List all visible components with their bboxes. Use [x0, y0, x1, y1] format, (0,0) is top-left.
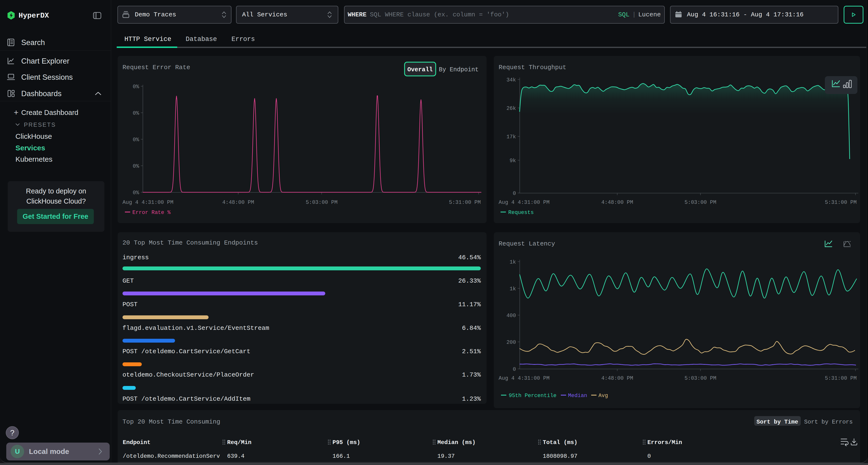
svg-text:5:03:00 PM: 5:03:00 PM: [684, 199, 716, 205]
svg-text:Median (ms): Median (ms): [437, 439, 475, 446]
svg-text:11.17%: 11.17%: [458, 301, 481, 308]
svg-text:1k: 1k: [510, 286, 516, 292]
svg-text:GET: GET: [123, 277, 134, 285]
svg-text:/oteldemo.RecommendationServ: /oteldemo.RecommendationServ: [123, 453, 220, 460]
svg-text:Aug 4 4:31:00 PM: Aug 4 4:31:00 PM: [499, 375, 550, 381]
svg-text:Overall: Overall: [407, 66, 433, 73]
svg-text:0: 0: [513, 366, 516, 372]
svg-text:9k: 9k: [510, 158, 516, 164]
svg-text:POST: POST: [123, 301, 137, 308]
svg-text:0: 0: [513, 191, 516, 197]
svg-text:P95 (ms): P95 (ms): [333, 439, 360, 446]
svg-text:Avg: Avg: [598, 393, 608, 399]
svg-text:Aug 4 4:31:00 PM: Aug 4 4:31:00 PM: [499, 199, 550, 205]
svg-text:Errors/Min: Errors/Min: [647, 439, 682, 446]
svg-text:oteldemo.CheckoutService/Place: oteldemo.CheckoutService/PlaceOrder: [123, 371, 254, 378]
svg-text:639.4: 639.4: [227, 453, 245, 460]
svg-text:0%: 0%: [133, 190, 140, 196]
svg-text:200: 200: [506, 339, 516, 345]
svg-text:4:48:00 PM: 4:48:00 PM: [601, 375, 633, 381]
svg-text:46.54%: 46.54%: [458, 254, 481, 261]
svg-text:0%: 0%: [133, 163, 140, 169]
svg-text:1.73%: 1.73%: [462, 371, 481, 378]
svg-text:Error Rate %: Error Rate %: [132, 210, 171, 215]
svg-text:POST /oteldemo.CartService/Add: POST /oteldemo.CartService/AddItem: [123, 395, 250, 403]
svg-text:5:03:00 PM: 5:03:00 PM: [306, 199, 338, 205]
svg-text:166.1: 166.1: [333, 453, 350, 460]
svg-text:5:31:00 PM: 5:31:00 PM: [825, 375, 857, 381]
svg-text:Median: Median: [568, 393, 587, 399]
svg-text:0%: 0%: [133, 137, 140, 143]
svg-text:2.51%: 2.51%: [462, 348, 481, 355]
svg-text:0: 0: [647, 453, 651, 460]
svg-text:1808098.97: 1808098.97: [543, 453, 578, 460]
svg-text:Requests: Requests: [508, 210, 534, 215]
svg-text:5:03:00 PM: 5:03:00 PM: [684, 375, 716, 381]
svg-text:4:48:00 PM: 4:48:00 PM: [601, 199, 633, 205]
svg-text:17k: 17k: [506, 134, 516, 140]
svg-text:Request Error Rate: Request Error Rate: [123, 64, 190, 71]
svg-text:By Endpoint: By Endpoint: [439, 66, 478, 73]
svg-text:Req/Min: Req/Min: [227, 439, 251, 446]
svg-text:0%: 0%: [133, 84, 140, 90]
svg-text:Sort by Time: Sort by Time: [756, 419, 798, 425]
svg-text:Request Throughput: Request Throughput: [499, 64, 566, 71]
svg-text:Sort by Errors: Sort by Errors: [804, 419, 853, 425]
svg-text:0%: 0%: [133, 110, 140, 117]
svg-text:5:31:00 PM: 5:31:00 PM: [825, 199, 857, 205]
svg-text:flagd.evaluation.v1.Service/Ev: flagd.evaluation.v1.Service/EventStream: [123, 325, 269, 332]
svg-text:26.33%: 26.33%: [458, 277, 481, 285]
svg-text:1.23%: 1.23%: [462, 395, 481, 403]
svg-text:Top 20 Most Time Consuming: Top 20 Most Time Consuming: [123, 418, 220, 426]
svg-text:4:48:00 PM: 4:48:00 PM: [222, 199, 254, 205]
svg-text:1k: 1k: [510, 259, 516, 265]
svg-text:6.84%: 6.84%: [462, 325, 481, 332]
svg-text:26k: 26k: [506, 105, 516, 111]
svg-text:400: 400: [506, 313, 516, 319]
svg-text:POST /oteldemo.CartService/Get: POST /oteldemo.CartService/GetCart: [123, 348, 250, 355]
svg-text:Request Latency: Request Latency: [499, 240, 555, 247]
svg-text:95th Percentile: 95th Percentile: [509, 393, 557, 399]
svg-text:19.37: 19.37: [437, 453, 455, 460]
svg-text:Aug 4 4:31:00 PM: Aug 4 4:31:00 PM: [123, 199, 173, 205]
svg-text:Total (ms): Total (ms): [543, 439, 578, 446]
svg-text:ingress: ingress: [123, 254, 149, 261]
svg-text:34k: 34k: [506, 77, 516, 83]
svg-text:5:31:00 PM: 5:31:00 PM: [449, 199, 481, 205]
svg-text:20 Top Most Time Consuming End: 20 Top Most Time Consuming Endpoints: [123, 239, 258, 246]
svg-text:Endpoint: Endpoint: [123, 439, 151, 446]
